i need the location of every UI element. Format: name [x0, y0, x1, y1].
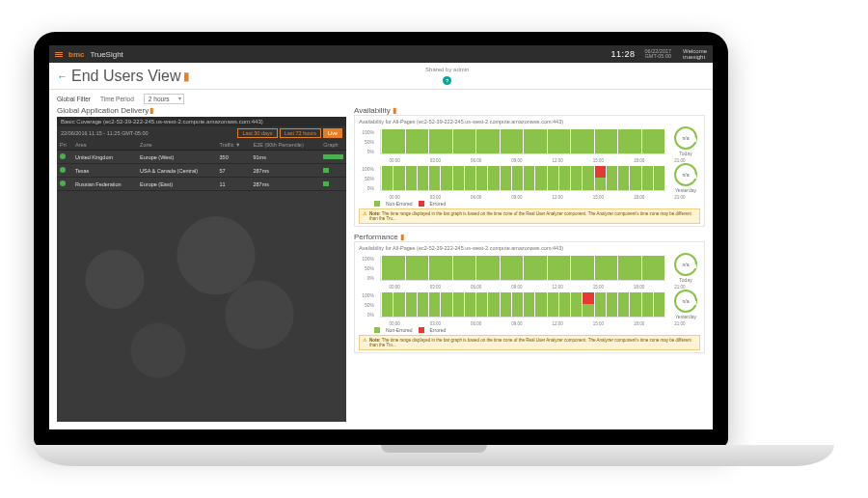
title-caret-icon: ▮: [183, 69, 190, 83]
performance-subtitle: Availability for All-Pages (ec2-52-39-22…: [359, 245, 700, 251]
availability-section: Availability ▮ Availability for All-Page…: [354, 106, 705, 227]
back-icon[interactable]: ←: [57, 70, 68, 82]
performance-yesterday-row: 100%50%0% n/a Yesterday: [359, 290, 700, 319]
performance-title: Performance ▮: [354, 233, 705, 241]
right-column: Availability ▮ Availability for All-Page…: [354, 106, 705, 422]
cell-zone: Europe (West): [137, 151, 216, 164]
yesterday-label: Yesterday: [671, 314, 700, 319]
cell-graph: [320, 164, 346, 178]
x-axis-labels: 00:0003:0006:0009:0012:0015:0018:0021:00: [374, 321, 700, 326]
x-axis-labels: 00:0003:0006:0009:0012:0015:0018:0021:00: [374, 158, 700, 163]
availability-today-gauge: n/a: [674, 126, 697, 150]
legend-swatch-green: [374, 327, 380, 333]
timerange-text: 22/06/2016 11:15 - 11:25 GMT-05:00: [61, 130, 149, 136]
page-title: End Users View: [71, 68, 181, 85]
yesterday-label: Yesterday: [671, 187, 700, 193]
coverage-subhead: Basic Coverage (ec2-52-39-222-245.us-wes…: [57, 117, 346, 126]
product-name: TrueSight: [90, 50, 122, 59]
app-topbar: bmc TrueSight 11:28 06/22/2017 GMT-05:00…: [49, 45, 713, 63]
menu-icon[interactable]: [55, 52, 63, 57]
y-axis-labels: 100%50%0%: [359, 129, 374, 154]
legend-swatch-green: [374, 201, 380, 207]
today-label: Today: [671, 277, 700, 283]
availability-legend: Non-Errored Errored: [374, 201, 700, 207]
last-72-button[interactable]: Last 72 hours: [280, 128, 321, 138]
y-axis-labels: 100%50%0%: [359, 166, 374, 191]
legend-swatch-red: [419, 201, 424, 207]
user-name: truesight: [683, 54, 707, 60]
performance-yesterday-gauge: n/a: [674, 290, 697, 313]
x-axis-labels: 00:0003:0006:0009:0012:0015:0018:0021:00: [374, 285, 700, 290]
clock-tz: GMT-05:00: [645, 54, 672, 60]
cell-graph: [320, 151, 346, 164]
title-bar: ← End Users View ▮ Shared by admin ?: [49, 63, 713, 90]
cell-e2e: 287ms: [250, 164, 320, 178]
cell-e2e: 91ms: [250, 151, 320, 164]
performance-today-bars: [380, 256, 665, 281]
col-area[interactable]: Area: [72, 140, 137, 151]
laptop-frame: bmc TrueSight 11:28 06/22/2017 GMT-05:00…: [34, 32, 834, 466]
availability-today-bars: [380, 129, 665, 154]
availability-yesterday-row: 100%50%0% n/a Yesterday: [359, 163, 700, 193]
time-period-label: Time Period: [100, 96, 134, 102]
filter-row: Global Filter Time Period 2 hours: [49, 90, 713, 106]
performance-today-row: 100%50%0% n/a Today: [359, 253, 700, 283]
last-30-button[interactable]: Last 30 days: [237, 128, 277, 138]
user-menu[interactable]: Welcome truesight: [683, 48, 707, 60]
performance-legend: Non-Errored Errored: [374, 327, 700, 333]
performance-chartbox: Availability for All-Pages (ec2-52-39-22…: [354, 241, 705, 353]
table-row[interactable]: United KingdomEurope (West)35091ms: [57, 151, 346, 164]
performance-section: Performance ▮ Availability for All-Pages…: [354, 233, 705, 353]
laptop-base: [34, 445, 834, 466]
availability-yesterday-bars: [380, 166, 665, 191]
col-traffic[interactable]: Traffic ▼: [217, 140, 251, 151]
laptop-bezel: bmc TrueSight 11:28 06/22/2017 GMT-05:00…: [34, 32, 728, 447]
cell-traffic: 350: [217, 151, 251, 164]
cell-area: United Kingdom: [72, 151, 137, 164]
world-map-bg: [57, 184, 346, 422]
app-screen: bmc TrueSight 11:28 06/22/2017 GMT-05:00…: [49, 45, 713, 429]
cell-traffic: 57: [217, 164, 251, 178]
left-panel-title: Global Application Delivery▮: [57, 106, 346, 115]
performance-today-gauge: n/a: [674, 253, 697, 276]
availability-title: Availability ▮: [354, 106, 705, 115]
availability-subtitle: Availability for All-Pages (ec2-52-39-22…: [359, 119, 700, 124]
clock-time: 11:28: [611, 49, 636, 59]
availability-chartbox: Availability for All-Pages (ec2-52-39-22…: [354, 115, 705, 227]
performance-yesterday-bars: [380, 292, 665, 318]
col-e2e[interactable]: E2E (90th Percentile): [250, 140, 320, 151]
live-button[interactable]: Live: [323, 128, 342, 138]
availability-yesterday-gauge: n/a: [674, 163, 697, 186]
performance-note: ⚠ Note: The time range displayed in the …: [359, 335, 700, 350]
availability-note: ⚠ Note: The time range displayed in the …: [359, 208, 700, 224]
help-icon[interactable]: ?: [443, 76, 451, 85]
warn-icon: ⚠: [363, 338, 366, 343]
table-row[interactable]: TexasUSA & Canada (Central)57287ms: [57, 164, 346, 178]
global-filter-label: Global Filter: [57, 96, 91, 102]
status-dot-icon: [60, 167, 66, 173]
timerange-row: 22/06/2016 11:15 - 11:25 GMT-05:00 Last …: [57, 126, 346, 140]
x-axis-labels: 00:0003:0006:0009:0012:0015:0018:0021:00: [374, 195, 700, 200]
availability-today-row: 100%50%0% n/a Today: [359, 126, 700, 156]
col-pri[interactable]: Pri: [57, 140, 72, 151]
col-graph[interactable]: Graph: [320, 140, 346, 151]
cell-area: Texas: [72, 164, 137, 178]
global-delivery-panel: Basic Coverage (ec2-52-39-222-245.us-wes…: [57, 117, 346, 422]
cell-zone: USA & Canada (Central): [137, 164, 216, 178]
main-split: Global Application Delivery▮ Basic Cover…: [49, 106, 713, 429]
col-zone[interactable]: Zone: [137, 140, 216, 151]
shared-by-label: Shared by admin: [425, 67, 469, 72]
legend-swatch-red: [419, 327, 424, 333]
warn-icon: ⚠: [363, 211, 366, 216]
status-dot-icon: [60, 153, 66, 159]
time-period-select[interactable]: 2 hours: [144, 94, 184, 104]
clock-meta: 06/22/2017 GMT-05:00: [645, 49, 672, 60]
y-axis-labels: 100%50%0%: [359, 256, 374, 281]
brand-logo: bmc: [68, 50, 84, 59]
left-column: Global Application Delivery▮ Basic Cover…: [57, 106, 346, 422]
y-axis-labels: 100%50%0%: [359, 292, 374, 318]
today-label: Today: [671, 151, 700, 156]
